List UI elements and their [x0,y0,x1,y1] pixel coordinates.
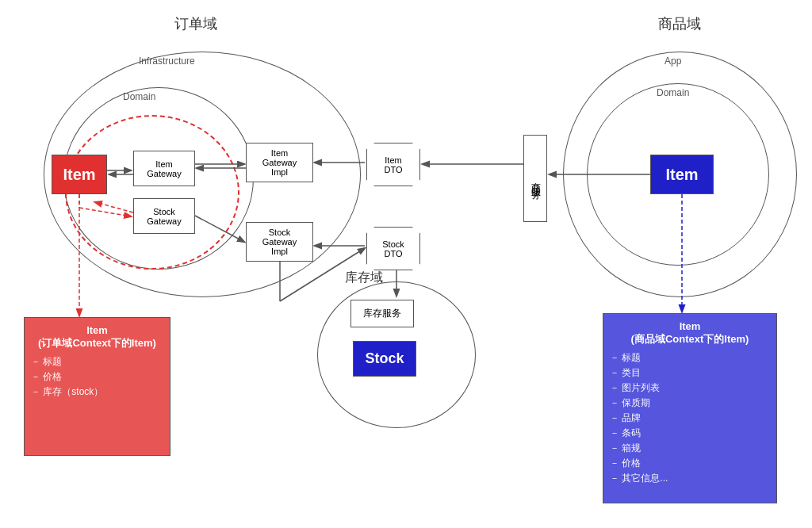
kucun-service-box: 库存服务 [350,300,414,327]
item-gateway-impl-box: Item Gateway Impl [246,143,313,182]
right-info-title: Item(商品域Context下的Item) [610,320,770,346]
left-info-title: Item(订单域Context下的Item) [31,324,163,350]
left-item-box: Item [52,155,107,194]
stock-gateway-impl-box: Stock Gateway Impl [246,222,313,262]
infrastructure-label: Infrastructure [139,55,195,67]
right-info-line-2: － 类目 [610,366,770,380]
left-domain-title: 订单域 [174,14,217,33]
left-domain-label: Domain [123,91,155,102]
app-label: App [665,55,681,67]
left-info-line-1: － 标题 [31,355,163,369]
diagram: 订单域 商品域 Infrastructure Domain Item Item … [0,0,812,528]
stock-box: Stock [353,341,416,377]
right-info-box: Item(商品域Context下的Item) － 标题 － 类目 － 图片列表 … [603,313,777,503]
right-info-line-9: － 其它信息... [610,472,770,485]
left-info-line-2: － 价格 [31,370,163,384]
right-info-line-3: － 图片列表 [610,381,770,395]
stock-domain-title: 库存域 [345,270,383,286]
right-domain-label: Domain [657,87,689,98]
right-item-box: Item [650,155,714,194]
right-info-line-8: － 价格 [610,457,770,470]
item-gateway-box: Item Gateway [133,151,195,186]
shangpin-service-box: 商 品 服 务 [523,135,547,222]
item-dto-box: Item DTO [366,143,420,186]
stock-dto-box: Stock DTO [366,227,420,270]
right-info-line-4: － 保质期 [610,396,770,410]
left-info-box: Item(订单域Context下的Item) － 标题 － 价格 － 库存（st… [24,317,170,456]
right-info-line-5: － 品牌 [610,411,770,425]
right-domain-title: 商品域 [658,14,701,33]
right-info-line-7: － 箱规 [610,442,770,455]
right-info-line-1: － 标题 [610,351,770,365]
left-info-line-3: － 库存（stock） [31,385,163,399]
stock-gateway-box: Stock Gateway [133,198,195,234]
right-info-line-6: － 条码 [610,427,770,440]
